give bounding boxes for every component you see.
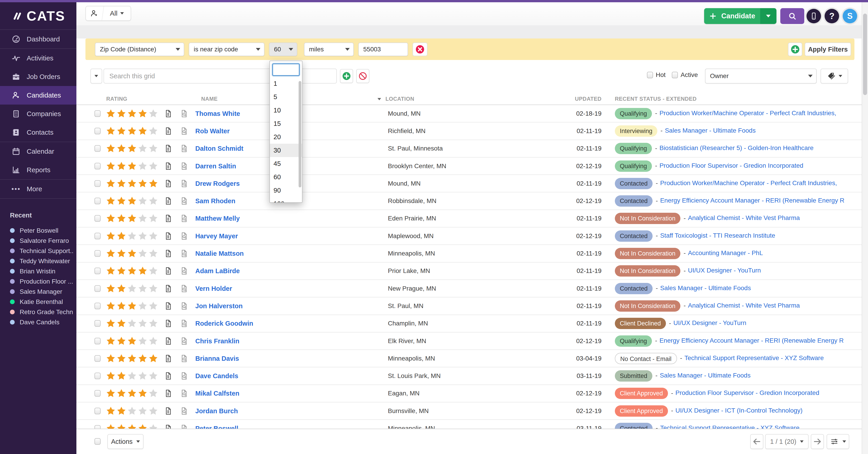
pipeline-link[interactable]: Analytical Chemist - White Vest Pharma bbox=[688, 215, 800, 222]
resume-icon[interactable] bbox=[164, 109, 173, 118]
user-avatar[interactable]: S bbox=[843, 9, 857, 23]
row-checkbox[interactable] bbox=[94, 250, 101, 257]
previous-page-button[interactable] bbox=[750, 434, 763, 449]
pipeline-link[interactable]: UI/UX Designer - YouTurn bbox=[688, 267, 761, 274]
tags-button[interactable] bbox=[820, 68, 848, 84]
apply-filters-button[interactable]: Apply Filters bbox=[805, 42, 851, 56]
hot-checkbox-box[interactable] bbox=[647, 72, 653, 78]
sidebar-item-companies[interactable]: Companies bbox=[0, 105, 76, 123]
row-checkbox[interactable] bbox=[94, 180, 101, 187]
sidebar-item-contacts[interactable]: Contacts bbox=[0, 123, 76, 142]
resume-icon[interactable] bbox=[164, 319, 173, 328]
remove-filter-button[interactable] bbox=[412, 42, 428, 56]
distance-option-10[interactable]: 10 bbox=[270, 104, 302, 117]
pipeline-link[interactable]: Accounting Manager - PhL bbox=[688, 249, 763, 256]
recent-item[interactable]: Production Floor ... bbox=[10, 276, 73, 286]
rating-stars[interactable] bbox=[106, 318, 158, 329]
sidebar-item-job-orders[interactable]: Job Orders bbox=[0, 67, 76, 86]
rating-stars[interactable] bbox=[106, 423, 158, 429]
distance-dropdown-search-input[interactable] bbox=[272, 63, 300, 76]
sidebar-item-candidates[interactable]: Candidates bbox=[0, 86, 76, 105]
select-all-checkbox[interactable] bbox=[94, 438, 101, 445]
add-candidate-dropdown[interactable] bbox=[760, 8, 776, 24]
pipeline-link[interactable]: Staff Toxicologist - TTI Research Instit… bbox=[660, 232, 775, 239]
row-checkbox[interactable] bbox=[94, 303, 101, 309]
resume-icon[interactable] bbox=[164, 162, 173, 171]
rating-stars[interactable] bbox=[106, 231, 158, 241]
candidate-name-link[interactable]: Adam LaBirde bbox=[195, 267, 240, 275]
rating-stars[interactable] bbox=[106, 266, 158, 276]
row-checkbox[interactable] bbox=[94, 233, 101, 239]
resume-preview-icon[interactable] bbox=[180, 319, 188, 328]
candidate-name-link[interactable]: Jordan Burch bbox=[195, 407, 238, 415]
candidate-name-link[interactable]: Vern Holder bbox=[195, 285, 232, 292]
rating-stars[interactable] bbox=[106, 196, 158, 206]
rating-stars[interactable] bbox=[106, 388, 158, 398]
resume-preview-icon[interactable] bbox=[180, 389, 188, 398]
column-header-status[interactable]: RECENT STATUS - EXTENDED bbox=[615, 96, 697, 102]
candidate-name-link[interactable]: Mikal Calfsten bbox=[195, 390, 239, 397]
rating-stars[interactable] bbox=[106, 249, 158, 258]
candidate-name-link[interactable]: Sam Rhoden bbox=[195, 197, 235, 205]
resume-icon[interactable] bbox=[164, 354, 173, 363]
rating-stars[interactable] bbox=[106, 214, 158, 223]
resume-preview-icon[interactable] bbox=[180, 371, 188, 380]
row-checkbox[interactable] bbox=[94, 373, 101, 379]
candidate-name-link[interactable]: Peter Boswell bbox=[195, 425, 238, 429]
recent-item[interactable]: Teddy Whitewater bbox=[10, 256, 73, 266]
distance-option-1[interactable]: 1 bbox=[270, 77, 302, 90]
row-checkbox[interactable] bbox=[94, 425, 101, 429]
pipeline-link[interactable]: Technical Support Representative - XYZ S… bbox=[684, 354, 824, 362]
hot-filter-checkbox[interactable]: Hot bbox=[647, 71, 666, 79]
filter-unit-select[interactable]: miles bbox=[304, 42, 354, 56]
sidebar-item-more[interactable]: •••More bbox=[0, 180, 76, 198]
resume-preview-icon[interactable] bbox=[180, 109, 188, 118]
row-checkbox[interactable] bbox=[94, 110, 101, 117]
next-page-button[interactable] bbox=[811, 434, 824, 449]
grid-search-options-button[interactable] bbox=[90, 68, 102, 84]
pipeline-link[interactable]: Biostatistician (Researcher 5) - Golden-… bbox=[659, 145, 813, 152]
rating-stars[interactable] bbox=[106, 161, 158, 171]
resume-icon[interactable] bbox=[164, 144, 173, 153]
rating-stars[interactable] bbox=[106, 143, 158, 153]
row-checkbox[interactable] bbox=[94, 338, 101, 344]
row-checkbox[interactable] bbox=[94, 145, 101, 152]
page-indicator-dropdown[interactable]: 1 / 1 (20) bbox=[765, 434, 809, 449]
distance-option-60[interactable]: 60 bbox=[270, 170, 302, 184]
pipeline-link[interactable]: Energy Efficiency Account Manager - RERI… bbox=[660, 197, 844, 204]
resume-icon[interactable] bbox=[164, 284, 173, 293]
recent-item[interactable]: Technical Support... bbox=[10, 246, 73, 256]
active-checkbox-box[interactable] bbox=[672, 72, 678, 78]
rating-stars[interactable] bbox=[106, 353, 158, 364]
scrollbar-thumb[interactable] bbox=[863, 13, 867, 95]
resume-preview-icon[interactable] bbox=[180, 424, 188, 429]
sidebar-item-reports[interactable]: Reports bbox=[0, 161, 76, 179]
row-checkbox[interactable] bbox=[94, 268, 101, 274]
pipeline-link[interactable]: Production Floor Supervisor - Gredion In… bbox=[675, 390, 819, 397]
mobile-app-button[interactable] bbox=[807, 9, 821, 23]
candidate-name-link[interactable]: Dave Candels bbox=[195, 372, 238, 380]
resume-icon[interactable] bbox=[164, 424, 173, 429]
candidate-name-link[interactable]: Thomas White bbox=[195, 110, 240, 117]
row-checkbox[interactable] bbox=[94, 163, 101, 169]
resume-icon[interactable] bbox=[164, 214, 173, 223]
candidate-name-link[interactable]: Drew Rodgers bbox=[195, 180, 240, 187]
resume-icon[interactable] bbox=[164, 231, 173, 240]
resume-preview-icon[interactable] bbox=[180, 266, 188, 276]
candidate-name-link[interactable]: Harvey Mayer bbox=[195, 232, 238, 240]
column-header-name[interactable]: NAME bbox=[201, 96, 218, 102]
rating-stars[interactable] bbox=[106, 284, 158, 293]
resume-preview-icon[interactable] bbox=[180, 179, 188, 188]
sidebar-item-dashboard[interactable]: Dashboard bbox=[0, 30, 76, 49]
resume-icon[interactable] bbox=[164, 302, 173, 311]
distance-option-90[interactable]: 90 bbox=[270, 184, 302, 197]
resume-icon[interactable] bbox=[164, 337, 173, 346]
row-checkbox[interactable] bbox=[94, 407, 101, 414]
resume-preview-icon[interactable] bbox=[180, 302, 188, 311]
rating-stars[interactable] bbox=[106, 109, 158, 119]
pipeline-link[interactable]: Production Worker/Machine Operator - Per… bbox=[659, 110, 836, 117]
row-checkbox[interactable] bbox=[94, 198, 101, 204]
pipeline-link[interactable]: Sales Manager - Ultimate Foods bbox=[660, 284, 751, 291]
filter-operator-select[interactable]: is near zip code bbox=[189, 42, 265, 56]
filter-field-select[interactable]: Zip Code (Distance) bbox=[95, 42, 184, 56]
